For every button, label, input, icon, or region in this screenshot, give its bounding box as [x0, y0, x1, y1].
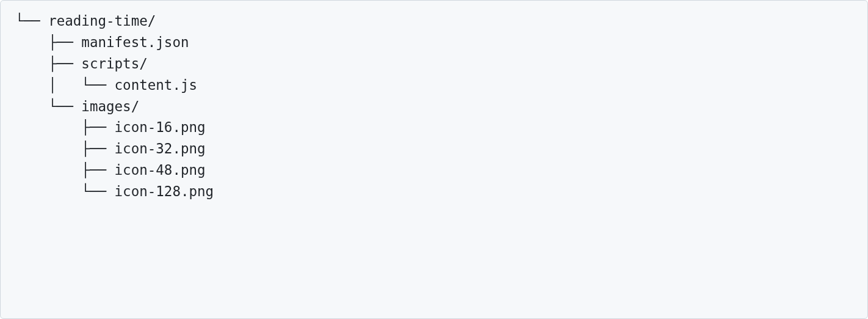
tree-line-content-js: │ └── content.js: [15, 77, 197, 93]
tree-line-images-dir: └── images/: [15, 98, 139, 114]
tree-line-manifest: ├── manifest.json: [15, 34, 189, 50]
directory-tree-block: └── reading-time/ ├── manifest.json ├── …: [0, 0, 868, 319]
tree-line-root: └── reading-time/: [15, 13, 156, 29]
tree-line-icon-128: └── icon-128.png: [15, 183, 214, 199]
tree-line-scripts-dir: ├── scripts/: [15, 56, 148, 72]
tree-line-icon-32: ├── icon-32.png: [15, 141, 206, 156]
tree-line-icon-48: ├── icon-48.png: [15, 162, 206, 178]
tree-line-icon-16: ├── icon-16.png: [15, 119, 206, 135]
